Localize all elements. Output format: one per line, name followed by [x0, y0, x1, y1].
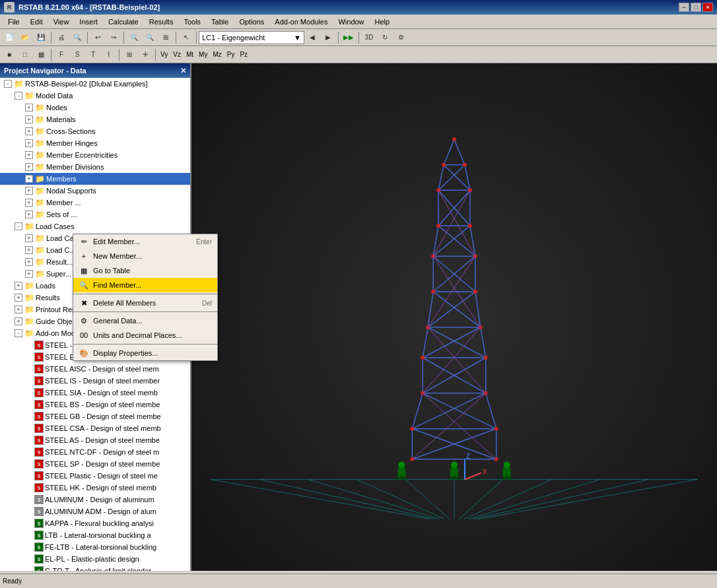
zoom-out-button[interactable]: 🔍 [143, 30, 157, 45]
render-button[interactable]: ▦ [34, 48, 48, 62]
context-menu-item[interactable]: +New Member... [73, 249, 217, 263]
menu-item-insert[interactable]: Insert [74, 16, 103, 27]
grid-button[interactable]: ⊞ [122, 48, 137, 62]
model-view-button[interactable]: ■ [2, 48, 17, 62]
context-menu-item[interactable]: ✏Edit Member...Enter [73, 234, 217, 249]
tree-item[interactable]: SSTEEL GB - Design of steel membe [0, 410, 190, 422]
context-menu-item[interactable]: ▦Go to Table [73, 263, 217, 278]
tree-item[interactable]: SSTEEL SIA - Design of steel memb [0, 387, 190, 399]
tree-item[interactable]: SALUMINUM ADM - Design of alum [0, 506, 190, 517]
tree-item[interactable]: +📁Member Divisions [0, 161, 190, 173]
menu-item-view[interactable]: View [48, 16, 75, 27]
tree-expand-btn[interactable]: - [15, 92, 22, 100]
rotate-button[interactable]: ↻ [378, 30, 392, 45]
tree-expand-btn[interactable]: + [25, 163, 33, 171]
view3d-button[interactable]: 3D [362, 30, 376, 45]
tree-expand-btn[interactable]: - [4, 80, 12, 88]
tree-item[interactable]: SSTEEL CSA - Design of steel memb [0, 422, 190, 434]
tree-expand-btn[interactable]: + [25, 270, 33, 278]
tree-item[interactable]: SSTEEL IS - Design of steel member [0, 375, 190, 387]
run-button[interactable]: ▶▶ [341, 30, 356, 45]
prev-lc-button[interactable]: ◀ [305, 30, 320, 45]
menu-item-add-on-modules[interactable]: Add-on Modules [269, 16, 333, 27]
tree-item[interactable]: +📁Members [0, 173, 190, 185]
tree-item[interactable]: SALUMINUM - Design of aluminum [0, 494, 190, 506]
tree-expand-btn[interactable]: + [15, 317, 22, 325]
tree-expand-btn[interactable]: + [15, 306, 22, 313]
close-button[interactable]: × [702, 3, 713, 12]
context-menu-item[interactable]: 🔍Find Member... [73, 278, 217, 292]
front-view-button[interactable]: F [54, 48, 69, 62]
tree-item[interactable]: +📁Sets of ... [0, 209, 190, 220]
tree-expand-btn[interactable]: + [25, 246, 33, 254]
menu-item-tools[interactable]: Tools [178, 16, 206, 27]
tree-item[interactable]: +📁Cross-Sections [0, 125, 190, 137]
tree-item[interactable]: SSTEEL AISC - Design of steel mem [0, 363, 190, 375]
tree-item[interactable]: +📁Member Eccentricities [0, 149, 190, 161]
new-button[interactable]: 📄 [2, 30, 17, 45]
save-button[interactable]: 💾 [34, 30, 48, 45]
next-lc-button[interactable]: ▶ [321, 30, 335, 45]
tree-expand-btn[interactable]: + [25, 115, 33, 123]
top-view-button[interactable]: T [86, 48, 100, 62]
tree-expand-btn[interactable]: + [25, 187, 33, 195]
undo-button[interactable]: ↩ [90, 30, 105, 45]
select-button[interactable]: ↖ [179, 30, 193, 45]
context-menu-item[interactable]: ⚙General Data... [73, 313, 217, 328]
tree-item[interactable]: SSTEEL NTC-DF - Design of steel m [0, 446, 190, 458]
nav-close-button[interactable]: ✕ [180, 67, 186, 75]
iso-view-button[interactable]: I [102, 48, 116, 62]
menu-item-window[interactable]: Window [333, 16, 369, 27]
tree-item[interactable]: +📁Nodal Supports [0, 185, 190, 197]
tree-item[interactable]: SKAPPA - Flexural buckling analysi [0, 517, 190, 529]
zoom-all-button[interactable]: ⊞ [158, 30, 173, 45]
tree-item[interactable]: +📁Materials [0, 114, 190, 125]
tree-expand-btn[interactable]: + [25, 175, 33, 183]
menu-item-results[interactable]: Results [144, 16, 179, 27]
tree-expand-btn[interactable]: + [25, 139, 33, 147]
open-button[interactable]: 📂 [18, 30, 32, 45]
tree-expand-btn[interactable]: + [25, 211, 33, 218]
tree-item[interactable]: -📁Load Cases [0, 220, 190, 232]
context-menu-item[interactable]: 🎨Display Properties... [73, 346, 217, 360]
tree-item[interactable]: SSTEEL Plastic - Design of steel me [0, 470, 190, 482]
context-menu-item[interactable]: ✖Delete All MembersDel [73, 296, 217, 310]
tree-expand-btn[interactable]: + [25, 151, 33, 159]
minimize-button[interactable]: − [679, 3, 689, 12]
menu-item-calculate[interactable]: Calculate [103, 16, 144, 27]
maximize-button[interactable]: □ [691, 3, 701, 12]
tree-expand-btn[interactable]: - [15, 329, 22, 337]
tree-expand-btn[interactable]: + [25, 104, 33, 112]
tree-item[interactable]: +📁Member Hinges [0, 137, 190, 149]
menu-item-table[interactable]: Table [206, 16, 234, 27]
snap-button[interactable]: ✛ [138, 48, 153, 62]
print-button[interactable]: 🖨 [54, 30, 69, 45]
tree-expand-btn[interactable]: - [15, 222, 22, 230]
window-controls[interactable]: − □ × [679, 3, 713, 12]
tree-item[interactable]: -📁RSTAB-Beispiel-02 [Dlubal Examples] [0, 78, 190, 90]
tree-item[interactable]: SFE-LTB - Lateral-torsional buckling [0, 541, 190, 553]
tree-item[interactable]: +📁Member ... [0, 197, 190, 209]
tree-item[interactable]: SC-TO-T - Analysis of limit slender [0, 565, 190, 571]
menu-item-options[interactable]: Options [234, 16, 269, 27]
tree-item[interactable]: SSTEEL AS - Design of steel membe [0, 434, 190, 446]
tree-expand-btn[interactable]: + [25, 199, 33, 207]
tree-expand-btn[interactable]: + [25, 258, 33, 266]
zoom-in-button[interactable]: 🔍 [127, 30, 141, 45]
tree-item[interactable]: SEL-PL - Elastic-plastic design [0, 553, 190, 565]
tree-expand-btn[interactable]: + [25, 127, 33, 135]
redo-button[interactable]: ↪ [106, 30, 121, 45]
tree-expand-btn[interactable]: + [15, 282, 22, 290]
viewport-3d[interactable] [191, 63, 717, 571]
tree-expand-btn[interactable]: + [15, 294, 22, 302]
context-menu-item[interactable]: 00Units and Decimal Places... [73, 328, 217, 343]
settings-button[interactable]: ⚙ [393, 30, 408, 45]
menu-item-help[interactable]: Help [370, 16, 395, 27]
tree-item[interactable]: SLTB - Lateral-torsional buckling a [0, 529, 190, 541]
tree-item[interactable]: SSTEEL BS - Design of steel membe [0, 399, 190, 410]
wire-view-button[interactable]: □ [18, 48, 32, 62]
menu-item-file[interactable]: File [3, 16, 25, 27]
tree-item[interactable]: +📁Nodes [0, 102, 190, 114]
tree-expand-btn[interactable]: + [25, 234, 33, 242]
tree-item[interactable]: SSTEEL HK - Design of steel memb [0, 482, 190, 494]
